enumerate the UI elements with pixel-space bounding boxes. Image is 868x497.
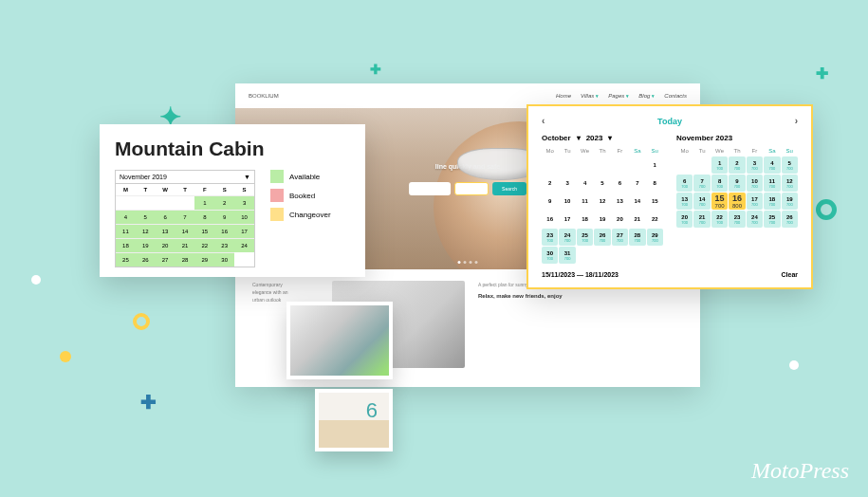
calendar-day[interactable]: 7: [175, 210, 195, 224]
calendar-day[interactable]: 2: [214, 195, 234, 210]
calendar-day[interactable]: 4: [577, 175, 593, 192]
calendar-day[interactable]: 18: [116, 238, 136, 252]
calendar-day[interactable]: 17: [234, 224, 254, 238]
prev-month-button[interactable]: ‹: [542, 116, 545, 126]
calendar-day[interactable]: 6700: [676, 175, 693, 192]
calendar-day[interactable]: 12: [594, 193, 610, 210]
calendar-day[interactable]: 9: [214, 210, 234, 224]
calendar-day[interactable]: 19: [594, 211, 610, 228]
calendar-day[interactable]: 25: [116, 252, 136, 267]
calendar-day[interactable]: 13700: [676, 193, 693, 210]
calendar-day[interactable]: 24700: [559, 229, 575, 246]
calendar-day[interactable]: 22: [647, 211, 663, 228]
today-button[interactable]: Today: [657, 117, 682, 126]
calendar-day[interactable]: 18: [577, 211, 593, 228]
calendar-day[interactable]: 19: [136, 238, 156, 252]
calendar-day[interactable]: 5700: [782, 156, 798, 174]
calendar-day[interactable]: 27: [156, 252, 175, 267]
calendar-day[interactable]: 5: [594, 175, 610, 192]
calendar-day[interactable]: 15: [194, 224, 214, 238]
calendar-day[interactable]: 21: [175, 238, 195, 252]
calendar-day[interactable]: 14: [629, 193, 645, 210]
calendar-day[interactable]: 5: [136, 210, 156, 224]
search-guests-field[interactable]: [454, 182, 489, 195]
calendar-day[interactable]: 26700: [594, 229, 610, 246]
calendar-day[interactable]: 20: [156, 238, 175, 252]
nav-item[interactable]: Home: [556, 93, 571, 99]
month-select[interactable]: November 2019 ▼: [116, 171, 254, 184]
calendar-day[interactable]: 10: [234, 210, 254, 224]
calendar-day[interactable]: 1700: [711, 156, 728, 174]
calendar-day[interactable]: 13: [612, 193, 628, 210]
calendar-day[interactable]: 15700: [711, 193, 728, 210]
calendar-day[interactable]: 17: [559, 211, 575, 228]
calendar-day[interactable]: 23700: [729, 211, 745, 228]
calendar-day[interactable]: 11: [577, 193, 593, 210]
calendar-day[interactable]: 13: [156, 224, 175, 238]
chevron-down-icon[interactable]: ▾: [608, 134, 612, 142]
calendar-day[interactable]: 14: [175, 224, 195, 238]
calendar-day[interactable]: 23: [214, 238, 234, 252]
calendar-day[interactable]: 29: [194, 252, 214, 267]
next-month-button[interactable]: ›: [795, 116, 798, 126]
carousel-dots[interactable]: [458, 261, 478, 264]
calendar-day[interactable]: 21700: [693, 211, 710, 228]
calendar-day[interactable]: 20700: [676, 211, 693, 228]
calendar-day[interactable]: 12700: [782, 175, 798, 192]
calendar-day[interactable]: 1: [194, 195, 214, 210]
calendar-day[interactable]: 30700: [542, 247, 558, 264]
calendar-day[interactable]: 4700: [764, 156, 780, 174]
calendar-day[interactable]: 1: [647, 156, 663, 174]
calendar-day[interactable]: 15: [647, 193, 663, 210]
availability-calendar[interactable]: November 2019 ▼ MTWTFSS12345678910111213…: [115, 170, 255, 267]
calendar-day[interactable]: 26700: [782, 211, 798, 228]
calendar-day[interactable]: 20: [612, 211, 628, 228]
calendar-day[interactable]: 3: [559, 175, 575, 192]
nav-item[interactable]: Villas▾: [581, 93, 599, 99]
calendar-day[interactable]: 2: [542, 175, 558, 192]
calendar-day[interactable]: 31700: [559, 247, 575, 264]
calendar-day[interactable]: 21: [629, 211, 645, 228]
search-date-field[interactable]: [409, 182, 451, 195]
calendar-day[interactable]: 3700: [747, 156, 763, 174]
calendar-day[interactable]: 8: [647, 175, 663, 192]
search-button[interactable]: Search: [492, 182, 526, 195]
calendar-day[interactable]: 4: [116, 210, 136, 224]
calendar-day[interactable]: 23700: [542, 229, 558, 246]
calendar-day[interactable]: 16: [542, 211, 558, 228]
calendar-day[interactable]: 6: [156, 210, 175, 224]
calendar-day[interactable]: 29700: [647, 229, 663, 246]
calendar-day[interactable]: 2700: [729, 156, 745, 174]
calendar-day[interactable]: 10700: [747, 175, 763, 192]
calendar-day[interactable]: 14700: [693, 193, 710, 210]
calendar-day[interactable]: 9: [542, 193, 558, 210]
calendar-day[interactable]: 10: [559, 193, 575, 210]
nav-item[interactable]: Blog▾: [638, 93, 655, 99]
clear-button[interactable]: Clear: [781, 271, 798, 278]
calendar-day[interactable]: 26: [136, 252, 156, 267]
calendar-day[interactable]: 24700: [747, 211, 763, 228]
calendar-day[interactable]: 12: [136, 224, 156, 238]
calendar-day[interactable]: 16: [214, 224, 234, 238]
calendar-day[interactable]: 22700: [711, 211, 728, 228]
calendar-day[interactable]: 6: [612, 175, 628, 192]
calendar-day[interactable]: 18700: [764, 193, 780, 210]
calendar-day[interactable]: 19700: [782, 193, 798, 210]
calendar-day[interactable]: 16800: [729, 193, 745, 210]
calendar-day[interactable]: 11700: [764, 175, 780, 192]
nav-item[interactable]: Pages▾: [608, 93, 629, 99]
calendar-day[interactable]: 11: [116, 224, 136, 238]
calendar-day[interactable]: 22: [194, 238, 214, 252]
calendar-day[interactable]: 3: [234, 195, 254, 210]
chevron-down-icon[interactable]: ▾: [577, 134, 581, 142]
calendar-day[interactable]: 25700: [577, 229, 593, 246]
calendar-day[interactable]: 25700: [764, 211, 780, 228]
calendar-day[interactable]: 30: [214, 252, 234, 267]
calendar-day[interactable]: 8: [194, 210, 214, 224]
calendar-day[interactable]: 8700: [711, 175, 728, 192]
calendar-day[interactable]: 17700: [747, 193, 763, 210]
calendar-day[interactable]: 7700: [693, 175, 710, 192]
calendar-day[interactable]: 27700: [612, 229, 628, 246]
calendar-day[interactable]: 7: [629, 175, 645, 192]
nav-item[interactable]: Contacts: [664, 93, 687, 99]
